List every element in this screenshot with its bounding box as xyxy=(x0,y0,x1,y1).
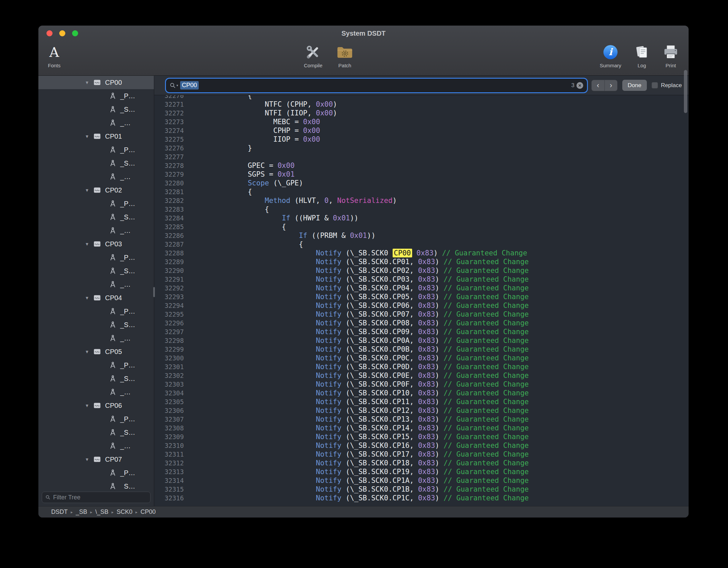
tree-item-child[interactable]: _S… xyxy=(38,318,154,331)
tree-item-child[interactable]: _S… xyxy=(38,264,154,278)
patch-button[interactable]: Patch xyxy=(330,42,360,68)
tree-item-label: _S… xyxy=(120,159,135,167)
tree-item-label: _P… xyxy=(120,415,135,423)
tree-item[interactable]: ▼ CP07 xyxy=(38,453,154,466)
tree-item-child[interactable]: _P… xyxy=(38,358,154,372)
tree-item-child[interactable]: _… xyxy=(38,170,154,183)
tree-item-child[interactable]: _S… xyxy=(38,156,154,170)
line-number: 32304 xyxy=(154,389,191,397)
line-number: 32295 xyxy=(154,310,191,319)
method-icon xyxy=(109,375,117,383)
tree-item[interactable]: ▼ CP03 xyxy=(38,237,154,251)
tree-item-child[interactable]: _P… xyxy=(38,305,154,318)
method-icon xyxy=(109,428,117,436)
compile-button[interactable]: Compile xyxy=(298,42,328,68)
breadcrumb-item[interactable]: CP00 xyxy=(140,508,156,516)
code-text: { xyxy=(191,187,252,196)
filter-tree-input[interactable] xyxy=(53,494,147,501)
tree-item-label: _… xyxy=(120,119,131,127)
patch-label: Patch xyxy=(338,63,351,68)
disclosure-triangle-icon[interactable]: ▼ xyxy=(85,403,93,408)
line-number: 32271 xyxy=(154,100,191,109)
line-number: 32272 xyxy=(154,109,191,117)
disclosure-triangle-icon[interactable]: ▼ xyxy=(85,295,93,300)
filter-field[interactable] xyxy=(42,492,151,503)
code-text: Notify (\_SB.SCK0.CP16, 0x83) // Guarant… xyxy=(191,441,529,450)
breadcrumb-item[interactable]: SCK0 xyxy=(117,508,132,516)
disclosure-triangle-icon[interactable]: ▼ xyxy=(85,242,93,247)
method-icon xyxy=(109,146,117,154)
breadcrumb-item[interactable]: DSDT xyxy=(51,508,68,516)
log-button[interactable]: Log xyxy=(629,42,655,68)
tree-item-child[interactable]: _S… xyxy=(38,210,154,224)
tree-item-child[interactable]: _P… xyxy=(38,251,154,264)
summary-button[interactable]: i Summary xyxy=(595,42,626,68)
tree-item-child[interactable]: _… xyxy=(38,331,154,345)
code-line: 32300 Notify (\_SB.SCK0.CP0C, 0x83) // G… xyxy=(154,354,689,362)
close-button[interactable] xyxy=(46,30,53,36)
code-line: 32278 GPEC = 0x00 xyxy=(154,161,689,170)
breadcrumb-item[interactable]: _SB xyxy=(76,508,87,516)
tree-item-child[interactable]: _S… xyxy=(38,480,154,489)
previous-match-button[interactable]: ‹ xyxy=(592,80,604,91)
code-text: Notify (\_SB.SCK0.CP11, 0x83) // Guarant… xyxy=(191,397,529,406)
minimize-button[interactable] xyxy=(59,30,65,36)
tree-item-label: CP06 xyxy=(105,402,122,410)
code-line: 32271 NTFC (CPHP, 0x00) xyxy=(154,100,689,109)
breadcrumb-separator-icon: ▸ xyxy=(71,510,73,514)
compile-tools-icon xyxy=(305,44,322,61)
replace-checkbox[interactable] xyxy=(652,82,658,88)
print-button[interactable]: Print xyxy=(658,42,684,68)
code-text: MEBC = 0x00 xyxy=(191,117,320,126)
code-text: Notify (\_SB.SCK0.CP18, 0x83) // Guarant… xyxy=(191,459,529,467)
tree-item-child[interactable]: _… xyxy=(38,116,154,130)
code-editor[interactable]: 32270 {32271 NTFC (CPHP, 0x00)32272 NTFI… xyxy=(154,95,689,506)
breadcrumb-item[interactable]: \_SB xyxy=(95,508,108,516)
tree-item-child[interactable]: _S… xyxy=(38,103,154,116)
tree-item[interactable]: ▼ CP01 xyxy=(38,130,154,143)
done-button[interactable]: Done xyxy=(622,80,647,91)
code-line: 32274 CPHP = 0x00 xyxy=(154,126,689,135)
disclosure-triangle-icon[interactable]: ▼ xyxy=(85,80,93,85)
clear-search-icon[interactable]: × xyxy=(576,82,583,89)
disclosure-triangle-icon[interactable]: ▼ xyxy=(85,457,93,462)
code-text: NTFC (CPHP, 0x00) xyxy=(191,100,337,109)
zoom-button[interactable] xyxy=(72,30,78,36)
code-line: 32276 } xyxy=(154,144,689,152)
disclosure-triangle-icon[interactable]: ▼ xyxy=(85,349,93,354)
tree-item-child[interactable]: _… xyxy=(38,224,154,237)
tree-item-child[interactable]: _… xyxy=(38,439,154,453)
tree-item-label: _P… xyxy=(120,254,135,261)
find-search-input[interactable]: ▾ CP00 3 × xyxy=(166,79,587,92)
tree-item-child[interactable]: _P… xyxy=(38,89,154,103)
code-line: 32297 Notify (\_SB.SCK0.CP09, 0x83) // G… xyxy=(154,327,689,336)
tree-item[interactable]: ▼ CP06 xyxy=(38,399,154,412)
tree-item-child[interactable]: _… xyxy=(38,385,154,399)
code-text xyxy=(191,152,197,161)
tree-item[interactable]: ▼ CP00 xyxy=(38,76,154,89)
method-icon xyxy=(109,469,117,477)
next-match-button[interactable]: › xyxy=(604,80,617,91)
tree-item-child[interactable]: _P… xyxy=(38,466,154,480)
tree-item[interactable]: ▼ CP04 xyxy=(38,291,154,305)
scope-icon xyxy=(93,402,101,409)
fonts-button[interactable]: A Fonts xyxy=(42,42,66,68)
tree-item[interactable]: ▼ CP05 xyxy=(38,345,154,358)
disclosure-triangle-icon[interactable]: ▼ xyxy=(85,188,93,193)
code-text: { xyxy=(191,95,252,100)
tree-item[interactable]: ▼ CP02 xyxy=(38,183,154,197)
code-text: Method (HLVT, 0, NotSerialized) xyxy=(191,196,397,205)
tree-item-child[interactable]: _P… xyxy=(38,197,154,210)
tree-item-child[interactable]: _S… xyxy=(38,426,154,439)
search-menu-chevron-icon[interactable]: ▾ xyxy=(176,83,178,87)
disclosure-triangle-icon[interactable]: ▼ xyxy=(85,134,93,139)
tree-item-label: _S… xyxy=(120,213,135,221)
filter-bar xyxy=(38,489,154,506)
tree-item-child[interactable]: _P… xyxy=(38,412,154,426)
line-number: 32276 xyxy=(154,144,191,152)
line-number: 32286 xyxy=(154,231,191,240)
tree-item-child[interactable]: _… xyxy=(38,278,154,291)
tree-item-child[interactable]: _S… xyxy=(38,372,154,385)
code-line: 32285 { xyxy=(154,222,689,231)
tree-item-child[interactable]: _P… xyxy=(38,143,154,156)
